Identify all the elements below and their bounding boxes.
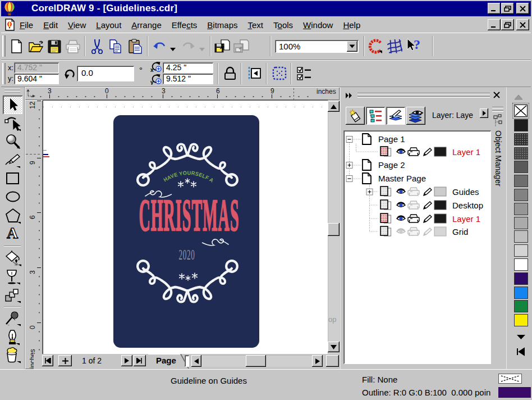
svg-text:Layer 1: Layer 1	[452, 214, 480, 224]
svg-text:6: 6	[216, 87, 220, 95]
svg-text:Layer 1: Layer 1	[452, 147, 480, 157]
svg-text:CHRISTMAS: CHRISTMAS	[139, 190, 240, 240]
svg-text:A: A	[7, 224, 19, 241]
svg-text:2020: 2020	[178, 247, 195, 262]
svg-text:0: 0	[105, 87, 109, 95]
svg-text:3: 3	[48, 87, 52, 95]
svg-text:Master Page: Master Page	[378, 174, 426, 183]
svg-text:9: 9	[270, 87, 274, 95]
svg-text:x: x	[150, 67, 154, 72]
svg-text:Grid: Grid	[452, 227, 468, 237]
svg-text:9: 9	[29, 161, 36, 165]
svg-text:Desktop: Desktop	[452, 201, 483, 210]
svg-text:?: ?	[414, 38, 420, 52]
svg-text:y: y	[150, 79, 154, 85]
svg-text:Page 1: Page 1	[378, 134, 405, 144]
svg-text:Page 2: Page 2	[378, 160, 405, 170]
svg-text:3: 3	[29, 270, 36, 274]
svg-text:12: 12	[29, 101, 36, 109]
svg-text:6: 6	[29, 215, 36, 219]
svg-text:inches: inches	[317, 88, 336, 96]
svg-text:Guides: Guides	[452, 187, 479, 197]
svg-text:0: 0	[29, 325, 36, 329]
svg-text:3: 3	[162, 87, 166, 95]
